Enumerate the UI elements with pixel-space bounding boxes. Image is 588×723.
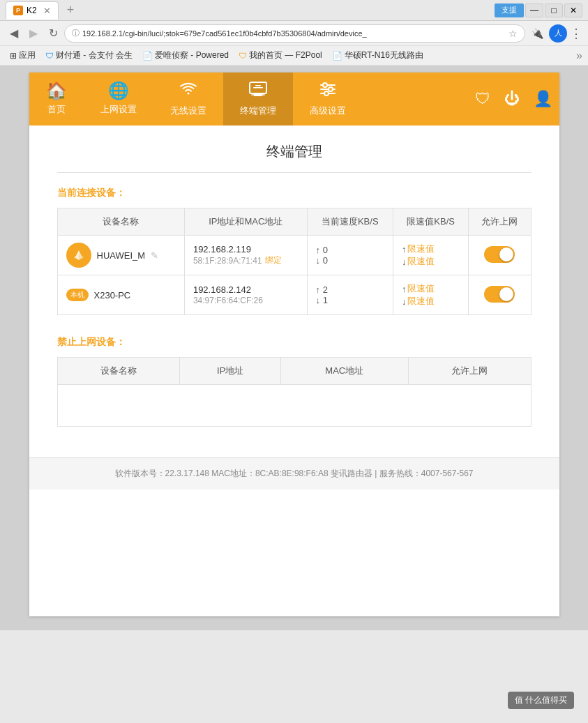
device1-limit-up-arrow: ↑: [402, 244, 407, 254]
bookmark-apps[interactable]: ⊞ 应用: [6, 48, 40, 63]
device1-speed-down: ↓ 0: [316, 255, 384, 266]
browser-tab[interactable]: P K2 ✕: [6, 1, 59, 20]
user-icon[interactable]: 👤: [527, 80, 559, 118]
nav-item-advanced[interactable]: 高级设置: [293, 73, 363, 125]
url-lock-icon: ⓘ: [72, 28, 80, 38]
svg-point-8: [329, 87, 333, 91]
nav-item-network[interactable]: 🌐 上网设置: [84, 73, 153, 125]
router-ui: 🏠 首页 🌐 上网设置: [0, 66, 588, 630]
blocked-col-mac: MAC地址: [281, 358, 409, 385]
connected-table-header-row: 设备名称 IP地址和MAC地址 当前速度KB/S 限速值KB/S 允许上网: [57, 208, 531, 236]
menu-btn[interactable]: ⋮: [570, 26, 582, 41]
browser-window: P K2 ✕ + 支援 — □ ✕ ◀ ▶ ↻ ⓘ 192.168.2.1/cg…: [0, 0, 588, 723]
device1-name-label: HUAWEI_M: [97, 250, 146, 261]
col-device-name: 设备名称: [57, 208, 184, 236]
table-row: 本机 X230-PC 192.168.2.142 34:97:F6:64:CF:…: [57, 275, 531, 315]
url-bar[interactable]: ⓘ 192.168.2.1/cgi-bin/luci/;stok=679e7ca…: [64, 24, 525, 43]
footer: 软件版本号：22.3.17.148 MAC地址：8C:AB:8E:98:F6:A…: [29, 457, 559, 489]
table-row: HUAWEI_M ✎ 192.168.2.119 58:1F:28:9A:71:…: [57, 236, 531, 275]
nav-advanced-label: 高级设置: [310, 105, 346, 117]
device1-limit-up-link[interactable]: 限速值: [407, 243, 435, 255]
device1-name-cell: HUAWEI_M ✎: [57, 236, 184, 275]
url-text: 192.168.2.1/cgi-bin/luci/;stok=679e7cad5…: [82, 29, 506, 38]
device1-avatar: [66, 243, 91, 268]
watermark-area: 值 什么值得买: [508, 692, 574, 709]
shield-icon[interactable]: 🛡: [468, 80, 497, 118]
col-limit: 限速值KB/S: [393, 208, 468, 236]
blocked-col-ip: IP地址: [180, 358, 281, 385]
blocked-table-header-row: 设备名称 IP地址 MAC地址 允许上网: [57, 358, 531, 385]
device1-limit-down-arrow: ↓: [402, 257, 407, 267]
blocked-empty-row: [57, 385, 531, 427]
blocked-devices-table: 设备名称 IP地址 MAC地址 允许上网: [57, 357, 532, 427]
forward-btn[interactable]: ▶: [25, 25, 42, 42]
back-btn[interactable]: ◀: [6, 25, 22, 42]
device2-toggle[interactable]: [484, 286, 515, 303]
device1-ip-mac-cell: 192.168.2.119 58:1F:28:9A:71:41 绑定: [184, 236, 307, 275]
device2-limit-down-arrow: ↓: [402, 296, 407, 307]
svg-rect-3: [253, 87, 263, 89]
bookmarks-more-icon[interactable]: »: [576, 50, 582, 62]
col-allow: 允许上网: [469, 208, 531, 236]
col-ip-mac: IP地址和MAC地址: [184, 208, 307, 236]
url-bookmark-icon[interactable]: ☆: [508, 28, 518, 39]
nav-wireless-label: 无线设置: [170, 105, 206, 117]
svg-point-9: [324, 91, 329, 96]
new-tab-btn[interactable]: +: [61, 3, 80, 17]
device2-limit-up-arrow: ↑: [402, 284, 407, 294]
tab-area: P K2 ✕ +: [6, 1, 495, 19]
bookmark-3[interactable]: 🛡 我的首页 — F2Pool: [234, 48, 326, 63]
device1-limit-down-link[interactable]: 限速值: [407, 255, 435, 268]
connected-devices-table: 设备名称 IP地址和MAC地址 当前速度KB/S 限速值KB/S 允许上网: [57, 208, 532, 315]
network-icon: 🌐: [108, 81, 129, 100]
maximize-btn[interactable]: □: [545, 3, 563, 17]
tab-close-btn[interactable]: ✕: [43, 6, 51, 16]
device1-speed-up: ↑ 0: [316, 245, 384, 255]
bookmark-3-label: 我的首页 — F2Pool: [249, 50, 322, 61]
nav-home-label: 首页: [47, 103, 66, 116]
device2-local-badge: 本机: [66, 289, 89, 301]
page-title: 终端管理: [57, 142, 532, 173]
svg-point-7: [323, 83, 327, 87]
footer-text: 软件版本号：22.3.17.148 MAC地址：8C:AB:8E:98:F6:A…: [115, 469, 474, 478]
device1-toggle-thumb: [499, 248, 513, 261]
device1-mac: 58:1F:28:9A:71:41: [193, 256, 262, 266]
extensions-btn[interactable]: 🔌: [528, 24, 546, 43]
bookmark-2[interactable]: 📄 爱唯侦察 - Powered: [138, 48, 233, 63]
bookmark-4[interactable]: 📄 华硕RT-N16无线路由: [328, 48, 428, 63]
tab-title: K2: [27, 6, 37, 15]
top-nav: 🏠 首页 🌐 上网设置: [29, 73, 559, 125]
address-bar-row: ◀ ▶ ↻ ⓘ 192.168.2.1/cgi-bin/luci/;stok=6…: [0, 21, 588, 46]
device1-toggle-cell: [469, 236, 531, 275]
refresh-btn[interactable]: ↻: [45, 25, 61, 42]
nav-item-wireless[interactable]: 无线设置: [153, 73, 223, 125]
device1-limit-cell: ↑ 限速值 ↓ 限速值: [393, 236, 468, 275]
nav-item-terminal[interactable]: 终端管理: [223, 73, 293, 125]
minimize-btn[interactable]: —: [525, 3, 543, 17]
device1-bind-link[interactable]: 绑定: [265, 254, 282, 266]
nav-item-home[interactable]: 🏠 首页: [29, 73, 84, 125]
device2-limit-up-link[interactable]: 限速值: [407, 282, 435, 295]
blocked-col-allow: 允许上网: [408, 358, 531, 385]
profile-btn[interactable]: 人: [549, 24, 567, 43]
close-btn[interactable]: ✕: [564, 3, 582, 17]
device2-name-label: X230-PC: [94, 290, 131, 300]
bookmarks-bar: ⊞ 应用 🛡 财付通 - 会支付 会生 📄 爱唯侦察 - Powered 🛡 我…: [0, 46, 588, 66]
connected-section-title: 当前连接设备：: [57, 187, 532, 199]
nav-right-icons: 🛡 ⏻ 👤: [468, 73, 559, 125]
device2-limit-cell: ↑ 限速值 ↓ 限速值: [393, 275, 468, 315]
nav-terminal-label: 终端管理: [240, 105, 276, 117]
col-speed: 当前速度KB/S: [307, 208, 393, 236]
device2-speed-down: ↓ 1: [316, 295, 384, 305]
device2-ip: 192.168.2.142: [193, 284, 299, 295]
device1-toggle[interactable]: [484, 246, 515, 263]
bookmark-1[interactable]: 🛡 财付通 - 会支付 会生: [41, 48, 137, 63]
device2-speed-cell: ↑ 2 ↓ 1: [307, 275, 393, 315]
watermark-text: 值 什么值得买: [515, 695, 567, 705]
device1-edit-icon[interactable]: ✎: [151, 250, 158, 261]
device2-limit-down-link[interactable]: 限速值: [407, 295, 435, 307]
router-container: 🏠 首页 🌐 上网设置: [29, 73, 559, 616]
bookmark-2-label: 爱唯侦察 - Powered: [155, 50, 229, 61]
support-btn[interactable]: 支援: [495, 3, 524, 17]
power-icon[interactable]: ⏻: [497, 80, 527, 118]
